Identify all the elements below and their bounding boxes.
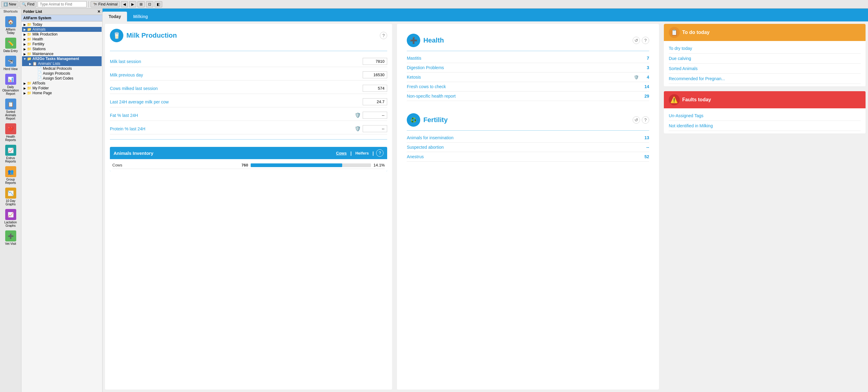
due-calving-label[interactable]: Due calving [669,56,861,61]
tree-maintenance[interactable]: ▶ 📁 Maintenance [22,52,102,56]
tree-medical-protocols[interactable]: 📄 Medical Protocols [22,66,102,71]
tab-today[interactable]: Today [102,12,127,22]
tree-my-folder[interactable]: ▶ 📁 My Folder [22,86,102,91]
tree-health[interactable]: ▶ 📁 Health [22,37,102,42]
todo-row-dry: To dry today [669,43,861,54]
tree-today[interactable]: ▶ 📁 Today [22,22,102,27]
pregnant-label[interactable]: Recommended for Pregnan... [669,76,861,81]
health-actions: ↺ ? [633,37,649,44]
tree-home-page[interactable]: ▶ 📁 Home Page [22,91,102,96]
tree-afi2go[interactable]: ▼ 📁 Afi2Go Tasks Management [22,56,102,61]
herd-view-icon: 🐄 [5,56,16,67]
sorted-animals-icon: 📋 [5,99,16,109]
sorted-animals-label[interactable]: Sorted Animals [669,66,861,71]
health-row-mastitis: Mastitis 7 [407,54,649,63]
inventory-tabs: Cows | Heifers | ? [335,149,383,157]
new-button[interactable]: ⬇️ New [1,1,18,7]
shortcut-health-reports[interactable]: ❤️ Health Reports [1,122,21,143]
tree-animals-lists[interactable]: ▶ 📋 Animals' Lists [22,61,102,66]
not-identified-label[interactable]: Not identified in Milking [669,123,861,128]
inv-cows-bar [251,163,342,167]
nonspecific-label[interactable]: Non-specific health report [407,94,640,99]
abortion-count: -- [640,145,649,150]
fertility-history-button[interactable]: ↺ [633,116,640,124]
tree-home-label: Home Page [32,91,52,95]
fat-pct-label: Fat % last 24H [110,113,355,118]
shortcut-daily-obs-label: Daily Observation Report [2,86,19,96]
tree-milk-production[interactable]: ▶ 📁 Milk Production [22,32,102,37]
find-animal-button[interactable]: 🐄 Find Animal [91,1,120,7]
expand-icon: ▶ [23,23,27,26]
faults-body: Un-Assigned Tags Not identified in Milki… [664,108,866,133]
tree-afi2go-label: Afi2Go Tasks Management [32,57,79,61]
view-button2[interactable]: ⊡ [146,1,153,7]
milk-help-button[interactable]: ? [380,32,387,39]
tree-stations[interactable]: ▶ 📁 Stations [22,46,102,52]
fresh-cows-label[interactable]: Fresh cows to check [407,84,640,89]
find-button[interactable]: 🔍 Find [20,1,36,7]
search-input[interactable] [38,1,87,7]
inv-cows-label: Cows [112,163,233,167]
nav-forward-button[interactable]: ▶ [129,1,136,7]
inv-cows-pct: 14.1% [373,163,385,167]
tree-fertility[interactable]: ▶ 📁 Fertility [22,42,102,46]
folder-icon: 📁 [27,27,32,32]
todo-icon: 📋 [669,27,680,38]
digestion-label[interactable]: Digestion Problems [407,65,640,70]
expand-icon: ▶ [23,82,27,85]
anestrus-label[interactable]: Anestrus [407,154,640,159]
doc-icon: 📄 [37,66,42,71]
shortcut-afifarm-today[interactable]: 🏠 Afifarm Today [1,15,21,36]
shortcut-herd-view[interactable]: 🐄 Herd View [1,55,21,72]
tree-animals-label: Animals [32,27,45,32]
mastitis-count: 7 [640,56,649,61]
shortcut-daily-observation[interactable]: 📊 Daily Observation Report [1,72,21,97]
folder-icon: 📁 [27,91,32,95]
faults-panel: ⚠️ Faults today Un-Assigned Tags Not ide… [664,91,866,133]
health-help-button[interactable]: ? [642,37,649,44]
shortcut-sorted-animals[interactable]: 📋 Sorted Animals Report [1,97,21,122]
nav-back-button[interactable]: ◀ [121,1,128,7]
health-divider [407,51,649,51]
inventory-help-button[interactable]: ? [376,149,383,157]
fertility-help-button[interactable]: ? [642,116,649,124]
avg-milk-label: Last 24H average milk per cow [110,99,363,104]
close-icon[interactable]: ✕ [97,9,100,14]
folder-icon: 📁 [27,52,32,56]
mastitis-label[interactable]: Mastitis [407,56,640,61]
health-history-button[interactable]: ↺ [633,37,640,44]
tree-assign-protocols[interactable]: 📄 Assign Protocols [22,71,102,76]
todo-header: 📋 To do today [664,24,866,41]
tree-afitools[interactable]: ▶ 📁 AfiTools [22,81,102,86]
tree-today-label: Today [32,22,42,27]
estrus-icon: 📈 [5,145,16,156]
view-button1[interactable]: ⊞ [137,1,145,7]
health-panel-header: ➕ Health ↺ ? [407,34,649,47]
shortcut-data-entry[interactable]: ✏️ Data Entry [1,36,21,54]
shortcut-10day[interactable]: 📉 10 Day Graphs [1,186,21,207]
abortion-label[interactable]: Suspected abortion [407,145,640,150]
faults-title: Faults today [682,97,711,102]
tab-milking[interactable]: Milking [127,12,154,22]
tree-assign-sort[interactable]: 📄 Assign Sort Codes [22,76,102,81]
protein-pct-label: Protein % last 24H [110,126,355,131]
inventory-tab-cows[interactable]: Cows [335,150,348,156]
inventory-body: Cows 760 14.1% [110,159,387,171]
shortcut-lactation[interactable]: 📈 Lactation Graphs [1,208,21,229]
unassigned-tags-label[interactable]: Un-Assigned Tags [669,113,861,118]
stat-milk-prev-day: Milk previous day 16530 [110,69,387,80]
health-row-fresh-cows: Fresh cows to check 14 [407,82,649,92]
shortcut-vet-visit[interactable]: ➕ Vet Visit [1,229,21,247]
to-dry-label[interactable]: To dry today [669,46,861,51]
fertility-panel: ♻️ Fertility ↺ ? Animals for inseminatio… [402,108,654,166]
shortcut-group-reports[interactable]: 👥 Group Reports [1,165,21,186]
inventory-tab-heifers[interactable]: Heifers [354,150,370,156]
shortcut-estrus-reports[interactable]: 📈 Estrus Reports [1,143,21,164]
view-button3[interactable]: ◧ [155,1,162,7]
tree-animals[interactable]: ▶ 📁 Animals [22,27,102,32]
insemination-label[interactable]: Animals for insemination [407,135,640,140]
milk-prev-day-label: Milk previous day [110,72,363,77]
fat-icon: 🛡️ [355,112,361,118]
ketosis-label[interactable]: Ketosis [407,75,634,79]
group-reports-icon: 👥 [5,166,16,177]
